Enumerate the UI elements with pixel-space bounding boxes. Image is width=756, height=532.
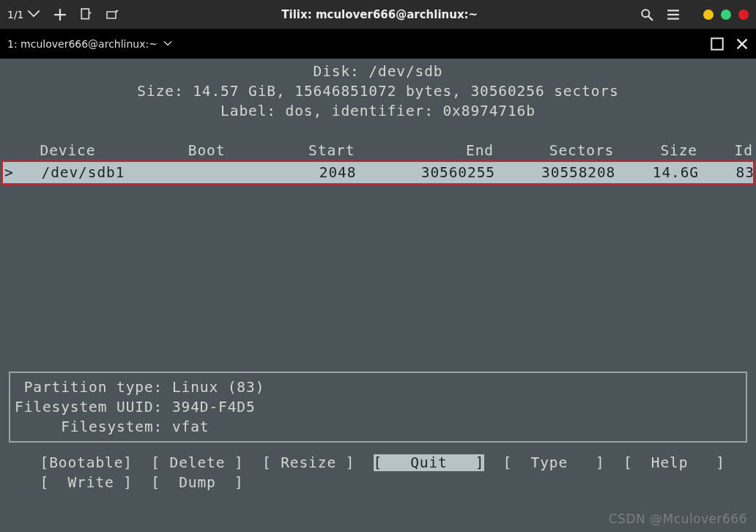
svg-rect-5	[667, 10, 679, 11]
watermark: CSDN @Mculover666	[609, 511, 747, 526]
hamburger-menu-icon[interactable]	[667, 8, 680, 21]
menu-right[interactable]: [ Type ] [ Help ]	[484, 454, 725, 471]
tab-label: 1: mculover666@archlinux:~	[7, 38, 158, 50]
blank-line	[0, 121, 756, 141]
minimize-button[interactable]	[703, 10, 714, 20]
partition-info-box: Partition type: Linux (83) Filesystem UU…	[9, 372, 747, 443]
spacer	[0, 185, 756, 372]
info-fs-uuid: Filesystem UUID: 394D-F4D5	[15, 397, 741, 417]
svg-line-4	[648, 16, 653, 21]
disk-size: Size: 14.57 GiB, 15646851072 bytes, 3056…	[0, 81, 756, 101]
menu-quit-selected[interactable]: [ Quit ]	[374, 454, 485, 471]
close-button[interactable]	[738, 10, 749, 20]
window-controls	[703, 10, 749, 20]
terminal-pane[interactable]: Disk: /dev/sdb Size: 14.57 GiB, 15646851…	[0, 59, 756, 532]
chevron-down-icon	[27, 8, 40, 21]
chevron-down-icon	[163, 40, 172, 48]
pager-label: 1/1	[7, 9, 24, 21]
add-terminal-button[interactable]	[53, 8, 67, 21]
menu-left[interactable]: [Bootable] [ Delete ] [ Resize ]	[3, 454, 374, 471]
window-title: Tilix: mculover666@archlinux:~	[119, 8, 640, 21]
add-terminal-right-button[interactable]	[106, 8, 119, 21]
tab-maximize-button[interactable]	[711, 37, 724, 51]
tab-bar: 1: mculover666@archlinux:~	[0, 29, 756, 59]
svg-rect-7	[667, 18, 679, 19]
cfdisk-menu-line2[interactable]: [ Write ] [ Dump ]	[0, 473, 756, 492]
info-partition-type: Partition type: Linux (83)	[15, 377, 741, 397]
info-filesystem: Filesystem: vfat	[15, 417, 741, 437]
pager-button[interactable]: 1/1	[7, 8, 40, 21]
disk-title: Disk: /dev/sdb	[0, 62, 756, 81]
add-terminal-down-button[interactable]	[80, 8, 93, 21]
spacer	[0, 443, 756, 453]
partition-row-selected[interactable]: > /dev/sdb1 2048 30560255 30558208 14.6G…	[1, 160, 755, 185]
window-titlebar: 1/1 Tilix: mculover666@archlinux:~	[0, 0, 756, 29]
cfdisk-menu: [Bootable] [ Delete ] [ Resize ] [ Quit …	[0, 453, 756, 473]
svg-rect-8	[711, 38, 722, 49]
svg-rect-0	[81, 9, 89, 19]
search-icon[interactable]	[640, 8, 653, 21]
svg-rect-6	[667, 13, 679, 15]
terminal-tab[interactable]: 1: mculover666@archlinux:~	[7, 38, 172, 50]
disk-label: Label: dos, identifier: 0x8974716b	[0, 101, 756, 121]
svg-rect-1	[107, 12, 116, 18]
tab-close-button[interactable]	[735, 37, 749, 51]
maximize-button[interactable]	[721, 10, 731, 20]
svg-point-3	[642, 10, 649, 17]
partition-table-header: Device Boot Start End Sectors Size Id Ty…	[0, 141, 756, 160]
